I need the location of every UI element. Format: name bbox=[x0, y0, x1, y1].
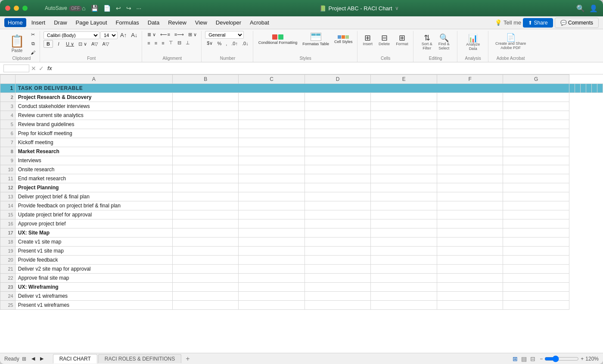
indent-dec-button[interactable]: ⟵≡ bbox=[159, 31, 171, 38]
cell[interactable] bbox=[371, 265, 437, 274]
cell[interactable] bbox=[503, 201, 569, 210]
menu-developer[interactable]: Developer bbox=[212, 18, 245, 27]
cell[interactable] bbox=[503, 111, 569, 120]
cell[interactable]: Provide feedback on project brief & fina… bbox=[15, 201, 172, 210]
conditional-formatting-button[interactable]: Conditional Formatting bbox=[257, 40, 299, 46]
cell[interactable] bbox=[172, 247, 239, 256]
font-family-select[interactable]: Calibri (Body) bbox=[44, 31, 99, 39]
cell[interactable]: Present v1 site map bbox=[15, 247, 172, 256]
cell[interactable] bbox=[305, 120, 371, 129]
currency-button[interactable]: $∨ bbox=[205, 40, 214, 47]
cell[interactable] bbox=[172, 174, 239, 183]
table-row[interactable]: 1TASK OR DELIVERABLE bbox=[0, 84, 603, 93]
cell[interactable] bbox=[172, 102, 239, 111]
cell[interactable] bbox=[305, 183, 371, 192]
cell[interactable]: Review current site analytics bbox=[15, 111, 172, 120]
cell[interactable] bbox=[586, 84, 592, 93]
zoom-slider[interactable] bbox=[544, 355, 579, 362]
cell[interactable] bbox=[172, 183, 239, 192]
cancel-formula-icon[interactable]: ✕ bbox=[31, 65, 36, 72]
cell[interactable] bbox=[239, 292, 305, 301]
cell[interactable]: Prep for kickoff meeting bbox=[15, 129, 172, 138]
cell[interactable] bbox=[239, 111, 305, 120]
close-button[interactable] bbox=[5, 6, 10, 11]
percent-button[interactable]: % bbox=[215, 40, 223, 47]
decrease-font-button[interactable]: A↓ bbox=[129, 31, 139, 39]
cell[interactable] bbox=[305, 129, 371, 138]
cell-reference-input[interactable]: H1 bbox=[3, 65, 29, 72]
cell[interactable] bbox=[305, 138, 371, 147]
table-row[interactable]: 9Interviews bbox=[0, 156, 603, 165]
align-right-button[interactable]: ≡ bbox=[160, 40, 166, 46]
insert-button[interactable]: ⊞ Insert bbox=[361, 33, 375, 47]
cell[interactable] bbox=[437, 219, 503, 228]
cell[interactable] bbox=[503, 102, 569, 111]
minimize-button[interactable] bbox=[14, 6, 19, 11]
cell[interactable] bbox=[437, 210, 503, 219]
undo-icon[interactable]: ↩ bbox=[116, 5, 121, 12]
cell[interactable] bbox=[503, 93, 569, 102]
cell[interactable] bbox=[239, 301, 305, 310]
cell[interactable] bbox=[437, 165, 503, 174]
cell[interactable] bbox=[305, 292, 371, 301]
cell[interactable] bbox=[371, 201, 437, 210]
cell[interactable] bbox=[172, 238, 239, 247]
cell[interactable] bbox=[569, 84, 575, 93]
merge-button[interactable]: ⊞ ∨ bbox=[186, 31, 199, 38]
format-painter-button[interactable]: 🖌 bbox=[29, 49, 37, 56]
cell[interactable]: Market Research bbox=[15, 147, 172, 156]
cell[interactable] bbox=[371, 147, 437, 156]
cell[interactable] bbox=[305, 274, 371, 283]
menu-view[interactable]: View bbox=[192, 18, 211, 27]
cell[interactable] bbox=[371, 102, 437, 111]
cell[interactable] bbox=[239, 93, 305, 102]
border-button[interactable]: ⊡ ∨ bbox=[77, 40, 89, 48]
cell[interactable]: UX: Wireframing bbox=[15, 283, 172, 292]
menu-acrobat[interactable]: Acrobat bbox=[246, 18, 273, 27]
table-row[interactable]: 12Project Planning bbox=[0, 183, 603, 192]
align-left-button[interactable]: ≡ bbox=[146, 40, 152, 46]
cell[interactable] bbox=[437, 183, 503, 192]
cell[interactable] bbox=[305, 228, 371, 238]
cell[interactable] bbox=[371, 247, 437, 256]
comma-button[interactable]: , bbox=[224, 40, 229, 47]
column-header-b[interactable]: B bbox=[172, 75, 239, 84]
table-row[interactable]: 25Present v1 wireframes bbox=[0, 301, 603, 310]
cell[interactable] bbox=[172, 120, 239, 129]
table-row[interactable]: 15Update project brief for approval bbox=[0, 210, 603, 219]
cell[interactable] bbox=[305, 238, 371, 247]
cell[interactable]: Conduct stakeholder interviews bbox=[15, 102, 172, 111]
cell[interactable] bbox=[172, 201, 239, 210]
more-icon[interactable]: ··· bbox=[137, 5, 142, 12]
cell[interactable]: Present v1 wireframes bbox=[15, 301, 172, 310]
comments-button[interactable]: 💬 Comments bbox=[555, 18, 599, 28]
cell[interactable]: Approve final site map bbox=[15, 274, 172, 283]
wrap-text-button[interactable]: ≣ ∨ bbox=[146, 31, 158, 38]
cell[interactable] bbox=[305, 301, 371, 310]
formula-bar-input[interactable] bbox=[56, 65, 600, 71]
cell[interactable] bbox=[503, 138, 569, 147]
cell[interactable] bbox=[371, 238, 437, 247]
cell[interactable] bbox=[305, 201, 371, 210]
cell[interactable] bbox=[437, 93, 503, 102]
cell[interactable] bbox=[503, 238, 569, 247]
cell[interactable] bbox=[305, 93, 371, 102]
confirm-formula-icon[interactable]: ✓ bbox=[39, 65, 44, 72]
cell[interactable] bbox=[371, 219, 437, 228]
cell[interactable] bbox=[239, 192, 305, 201]
table-row[interactable]: 2Project Research & Discovery bbox=[0, 93, 603, 102]
column-header-d[interactable]: D bbox=[305, 75, 371, 84]
table-row[interactable]: 17UX: Site Map bbox=[0, 228, 603, 238]
cell[interactable] bbox=[239, 138, 305, 147]
cell[interactable] bbox=[503, 129, 569, 138]
share-button[interactable]: ⬆ Share bbox=[523, 18, 553, 28]
column-header-f[interactable]: F bbox=[437, 75, 503, 84]
column-header-c[interactable]: C bbox=[239, 75, 305, 84]
table-row[interactable]: 24Deliver v1 wireframes bbox=[0, 292, 603, 301]
cell[interactable]: Deliver v1 wireframes bbox=[15, 292, 172, 301]
table-row[interactable]: 22Approve final site map bbox=[0, 274, 603, 283]
page-layout-view-icon[interactable]: ▤ bbox=[520, 355, 528, 363]
save-alt-icon[interactable]: 📄 bbox=[103, 5, 111, 12]
create-share-pdf-button[interactable]: 📄 Create and ShareAdobe PDF bbox=[493, 31, 528, 51]
cell[interactable] bbox=[239, 219, 305, 228]
